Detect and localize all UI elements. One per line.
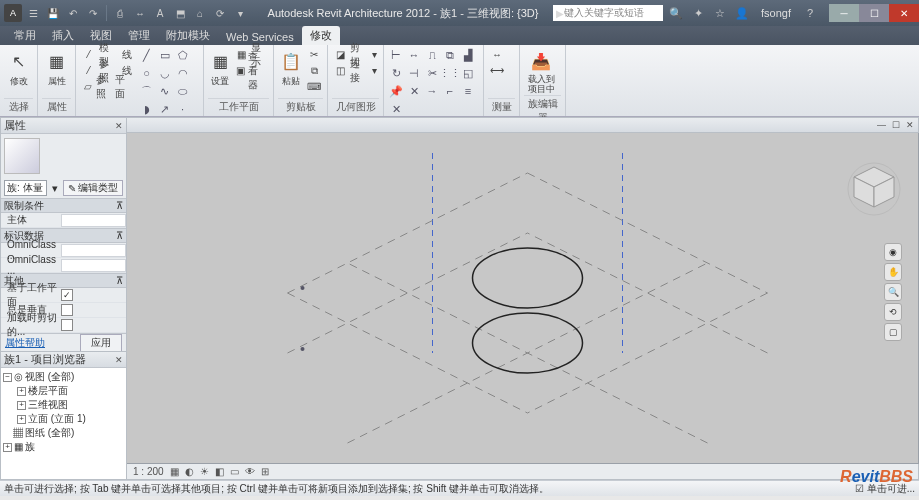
communication-icon[interactable]: ✦: [689, 4, 707, 22]
array-icon[interactable]: ⋮⋮: [442, 65, 458, 81]
draw-half-icon[interactable]: ◗: [139, 101, 155, 117]
cut-button[interactable]: ✂: [305, 47, 323, 62]
signin-icon[interactable]: 👤: [733, 4, 751, 22]
trim-icon[interactable]: ⊣: [406, 65, 422, 81]
nav-wheel-button[interactable]: ◉: [884, 243, 902, 261]
window-maximize-button[interactable]: ☐: [859, 4, 889, 22]
nav-orbit-button[interactable]: ⟲: [884, 303, 902, 321]
qat-align-icon[interactable]: A: [151, 4, 169, 22]
qat-print-icon[interactable]: ⎙: [111, 4, 129, 22]
scale-control[interactable]: 1 : 200: [133, 466, 164, 477]
tab-manage[interactable]: 管理: [120, 26, 158, 45]
split-icon[interactable]: ✂: [424, 65, 440, 81]
copy2-icon[interactable]: ⧉: [442, 47, 458, 63]
dim-button[interactable]: ⟷: [488, 63, 506, 78]
properties-close-icon[interactable]: ✕: [115, 121, 123, 131]
split2-icon[interactable]: ≡: [460, 83, 476, 99]
set-plane-button[interactable]: ▦设置: [208, 47, 232, 95]
mirror-icon[interactable]: ▟: [460, 47, 476, 63]
nav-zoom-button[interactable]: 🔍: [884, 283, 902, 301]
draw-pick-icon[interactable]: ↗: [157, 101, 173, 117]
draw-line-icon[interactable]: ╱: [139, 47, 155, 63]
visual-style-icon[interactable]: ◐: [185, 466, 194, 477]
shadow-icon[interactable]: ◧: [215, 466, 224, 477]
move-icon[interactable]: ↔: [406, 47, 422, 63]
tab-insert[interactable]: 插入: [44, 26, 82, 45]
load-project-button[interactable]: 📥载入到 项目中: [524, 47, 558, 95]
tree-sheets[interactable]: ▦ 图纸 (全部): [3, 426, 124, 440]
apply-button[interactable]: 应用: [80, 334, 122, 352]
delete-icon[interactable]: ✕: [388, 101, 404, 117]
draw-circle-icon[interactable]: ○: [139, 65, 155, 81]
help-search-input[interactable]: ▶ 键入关键字或短语: [553, 5, 663, 21]
tab-home[interactable]: 常用: [6, 26, 44, 45]
window-close-button[interactable]: ✕: [889, 4, 919, 22]
vertical-checkbox[interactable]: [61, 304, 73, 316]
copy-button[interactable]: ⧉: [305, 63, 323, 78]
paste-button[interactable]: 📋粘贴: [278, 47, 303, 95]
cut-checkbox[interactable]: [61, 319, 73, 331]
pin-icon[interactable]: 📌: [388, 83, 404, 99]
crop-icon[interactable]: ▭: [230, 466, 239, 477]
tree-3d[interactable]: +三维视图: [3, 398, 124, 412]
align-icon[interactable]: ⊢: [388, 47, 404, 63]
type-select[interactable]: 族: 体量: [4, 180, 47, 196]
type-dropdown-icon[interactable]: ▾: [49, 182, 61, 195]
qat-save-icon[interactable]: 💾: [44, 4, 62, 22]
qat-redo-icon[interactable]: ↷: [84, 4, 102, 22]
measure-button[interactable]: ↔: [488, 47, 506, 62]
browser-close-icon[interactable]: ✕: [115, 355, 123, 365]
user-label[interactable]: fsongf: [755, 7, 797, 19]
qat-measure-icon[interactable]: ↔: [131, 4, 149, 22]
detail-icon[interactable]: ▦: [170, 466, 179, 477]
offset-icon[interactable]: ⎍: [424, 47, 440, 63]
properties-button[interactable]: ▦属性: [42, 47, 71, 95]
draw-ellipse-icon[interactable]: ⬭: [175, 83, 191, 99]
app-menu-icon[interactable]: A: [4, 4, 22, 22]
draw-poly-icon[interactable]: ⬠: [175, 47, 191, 63]
draw-arc1-icon[interactable]: ◡: [157, 65, 173, 81]
modify-button[interactable]: ↖修改: [4, 47, 33, 95]
geom-join-button[interactable]: ◫连接 ▾: [332, 63, 379, 78]
window-minimize-button[interactable]: ─: [829, 4, 859, 22]
qat-more-icon[interactable]: ▾: [231, 4, 249, 22]
properties-help-link[interactable]: 属性帮助: [5, 336, 45, 350]
sun-icon[interactable]: ☀: [200, 466, 209, 477]
favorite-icon[interactable]: ☆: [711, 4, 729, 22]
rotate-icon[interactable]: ↻: [388, 65, 404, 81]
tree-views[interactable]: −◎ 视图 (全部): [3, 370, 124, 384]
view-cube[interactable]: [846, 161, 902, 217]
draw-arc3-icon[interactable]: ⌒: [139, 83, 155, 99]
section-constraints[interactable]: 限制条件⊼: [1, 198, 126, 213]
qat-section-icon[interactable]: ⬒: [171, 4, 189, 22]
view-min-icon[interactable]: —: [877, 120, 886, 130]
match-button[interactable]: ⌨: [305, 79, 323, 94]
nav-box-button[interactable]: ▢: [884, 323, 902, 341]
nav-pan-button[interactable]: ✋: [884, 263, 902, 281]
qat-undo-icon[interactable]: ↶: [64, 4, 82, 22]
tab-addins[interactable]: 附加模块: [158, 26, 218, 45]
drawing-canvas[interactable]: ◉ ✋ 🔍 ⟲ ▢: [127, 133, 919, 464]
scale-icon[interactable]: ◱: [460, 65, 476, 81]
tree-families[interactable]: +▦ 族: [3, 440, 124, 454]
hide-icon[interactable]: 👁: [245, 466, 255, 477]
tree-floorplan[interactable]: +楼层平面: [3, 384, 124, 398]
edit-type-button[interactable]: ✎编辑类型: [63, 180, 123, 196]
unpin-icon[interactable]: ✕: [406, 83, 422, 99]
tree-elevation[interactable]: +立面 (立面 1): [3, 412, 124, 426]
qat-open-icon[interactable]: ☰: [24, 4, 42, 22]
extend-icon[interactable]: →: [424, 83, 440, 99]
search-icon[interactable]: 🔍: [667, 4, 685, 22]
draw-spline-icon[interactable]: ∿: [157, 83, 173, 99]
workplane-checkbox[interactable]: ✓: [61, 289, 73, 301]
view-close-icon[interactable]: ✕: [906, 120, 914, 130]
draw-arc2-icon[interactable]: ◠: [175, 65, 191, 81]
reveal-icon[interactable]: ⊞: [261, 466, 269, 477]
draw-rect-icon[interactable]: ▭: [157, 47, 173, 63]
qat-sync-icon[interactable]: ⟳: [211, 4, 229, 22]
corner-icon[interactable]: ⌐: [442, 83, 458, 99]
help-icon[interactable]: ?: [801, 4, 819, 22]
ref-plane-button[interactable]: ▱参照 平面: [80, 79, 134, 94]
draw-point-icon[interactable]: ·: [175, 101, 191, 117]
tab-modify[interactable]: 修改: [302, 26, 340, 45]
